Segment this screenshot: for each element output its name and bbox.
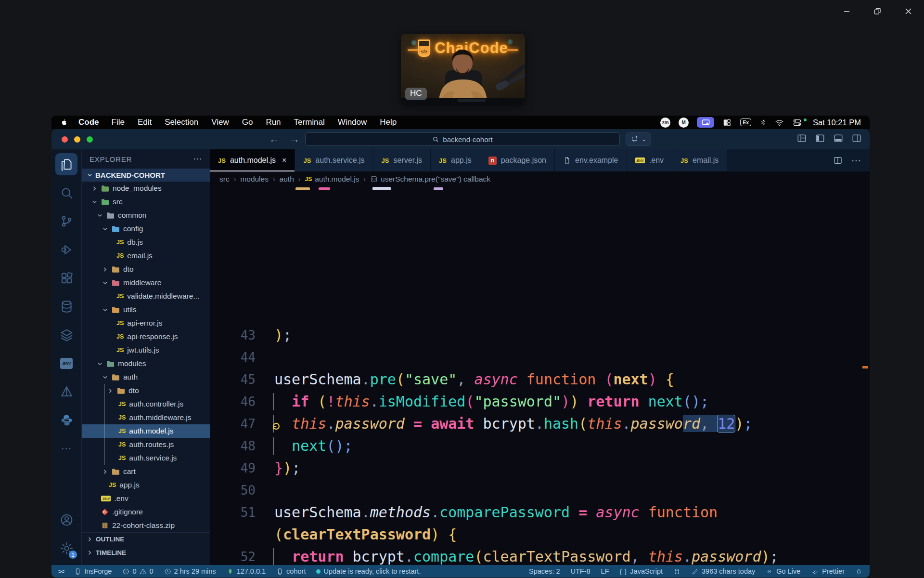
code-line[interactable]: 44 [210,346,870,368]
wifi-icon[interactable] [775,118,784,127]
zoom-app-icon[interactable]: zm [660,118,670,128]
bluetooth-icon[interactable] [759,118,767,127]
activity-source-control-icon[interactable] [55,210,77,232]
tab-app-js[interactable]: JSapp.js [431,149,480,171]
menubar-item-go[interactable]: Go [242,118,253,127]
status-prettier[interactable]: Prettier [811,567,845,575]
section-outline[interactable]: OUTLINE [82,532,210,546]
tab-env-example[interactable]: env.example [555,149,627,171]
tab-email-js[interactable]: JSemail.js [672,149,727,171]
minimize-traffic-light[interactable] [74,136,80,143]
tree-item-src[interactable]: src [82,195,210,209]
tree-item-jwt-utils-js[interactable]: JSjwt.utils.js [82,343,210,357]
workspace-root-row[interactable]: BACKEND-COHORT [82,169,210,182]
tree-item-db-js[interactable]: JSdb.js [82,236,210,249]
tree-item-auth-controller-js[interactable]: JSauth.controller.js [82,397,210,411]
restore-button[interactable] [869,4,886,18]
activity-search-icon[interactable] [55,182,77,204]
m-app-icon[interactable]: M [679,118,689,128]
status-mongo-host[interactable]: 127.0.0.1 [227,567,266,575]
menubar-item-edit[interactable]: Edit [138,118,152,127]
status-go-live[interactable]: Go Live [766,567,800,575]
tab-package-json[interactable]: npackage.json [480,149,555,171]
tree-item-api-error-js[interactable]: JSapi-error.js [82,316,210,330]
activity-database-icon[interactable] [55,295,77,317]
tab--env[interactable]: .ENV.env [627,149,673,171]
code-line[interactable]: 46 if (!this.isModified("password")) ret… [210,391,870,413]
zoom-traffic-light[interactable] [87,136,93,143]
customize-layout-icon[interactable] [796,133,807,145]
code-line[interactable]: (clearTextPassword) { [210,524,870,546]
activity-prism-icon[interactable] [55,381,77,403]
tree-item-auth[interactable]: auth [82,370,210,384]
status-notifications[interactable] [855,568,863,575]
tree-item--env[interactable]: .ENV.env [82,492,210,505]
tree-item-utils[interactable]: utils [82,303,210,316]
menubar-item-terminal[interactable]: Terminal [294,118,325,127]
copilot-chat-button[interactable]: ⌄ [626,132,651,146]
tree-item-auth-routes-js[interactable]: JSauth.routes.js [82,438,210,451]
code-editor[interactable]: 43);4445userSchema.pre("save", async fun… [210,187,870,565]
activity-settings-icon[interactable]: 1 [55,537,77,559]
minimize-button[interactable] [838,4,855,18]
breadcrumb-item[interactable]: userSchema.pre("save") callback [370,175,490,184]
status-problems[interactable]: 00 [122,567,153,575]
tab-auth-service-js[interactable]: JSauth.service.js [295,149,373,171]
tree-item-validate-middleware-[interactable]: JSvalidate.middleware... [82,289,210,303]
breadcrumb-item[interactable]: auth [280,175,294,184]
tree-item-dto[interactable]: dto [82,384,210,397]
activity-layers-icon[interactable] [55,324,77,346]
ex-badge-icon[interactable]: Ex [740,118,751,126]
status-cat-extension[interactable] [673,568,681,575]
video-overlay[interactable]: </> ChaiCode HC [401,34,525,105]
tree-item--gitignore[interactable]: .gitignore [82,505,210,519]
menubar-item-help[interactable]: Help [380,118,397,127]
tree-item-app-js[interactable]: JSapp.js [82,478,210,492]
status-update-ready[interactable]: Update is ready, click to restart. [316,567,421,575]
tree-item-22-cohort-class-zip[interactable]: 22-cohort-class.zip [82,519,210,532]
code-line[interactable]: 52 return bcrypt.compare(clearTextPasswo… [210,546,870,565]
tree-item-email-js[interactable]: JSemail.js [82,249,210,263]
tree-item-common[interactable]: common [82,209,210,222]
status-session-timer[interactable]: 2 hrs 29 mins [164,567,216,575]
window-tile-icon[interactable] [722,118,732,127]
status-remote-indicator[interactable]: >< [58,568,64,575]
activity-run-debug-icon[interactable] [55,238,77,261]
close-icon[interactable] [900,4,916,18]
activity-more-icon[interactable]: ⋯ [55,437,77,460]
activity-extensions-icon[interactable] [55,267,77,289]
activity-dotenv-icon[interactable]: .ENV [55,352,77,374]
toggle-panel-icon[interactable] [833,133,844,145]
tree-item-config[interactable]: config [82,222,210,236]
tab-auth-model-js[interactable]: JSauth.model.js× [210,149,295,171]
tree-item-api-response-js[interactable]: JSapi-response.js [82,330,210,343]
tree-item-dto[interactable]: dto [82,263,210,276]
tree-item-auth-model-js[interactable]: JSauth.model.js [82,424,210,438]
close-tab-icon[interactable]: × [282,156,286,165]
toggle-sidebar-right-icon[interactable] [851,133,862,145]
code-action-icon[interactable] [270,417,284,431]
tree-item-auth-middleware-js[interactable]: JSauth.middleware.js [82,411,210,424]
code-line[interactable]: 51userSchema.methods.comparePassword = a… [210,501,870,524]
menubar-item-file[interactable]: File [112,118,125,127]
app-menu[interactable]: Code [78,118,99,127]
activity-python-icon[interactable] [55,409,77,431]
toggle-sidebar-left-icon[interactable] [815,133,825,145]
apple-menu-icon[interactable] [60,118,68,127]
profile-toggle-icon[interactable] [793,118,803,127]
code-line[interactable]: 47 this.password = await bcrypt.hash(thi… [210,413,870,435]
code-line[interactable]: 48 next(); [210,435,870,457]
status-language-mode[interactable]: { }JavaScript [620,567,663,575]
status-insforge[interactable]: InsForge [74,567,112,575]
breadcrumb-item[interactable]: modules [240,175,269,184]
status-chars-today[interactable]: 3963 chars today [692,567,755,575]
tree-item-middleware[interactable]: middleware [82,276,210,289]
breadcrumb-item[interactable]: src [219,175,230,184]
activity-account-icon[interactable] [55,509,77,531]
breadcrumb-item[interactable]: JSauth.model.js [305,175,359,184]
nav-forward-icon[interactable]: → [289,133,300,145]
tree-item-modules[interactable]: modules [82,357,210,370]
tree-item-cart[interactable]: cart [82,465,210,478]
menubar-item-run[interactable]: Run [266,118,281,127]
tree-item-node-modules[interactable]: node_modules [82,182,210,195]
